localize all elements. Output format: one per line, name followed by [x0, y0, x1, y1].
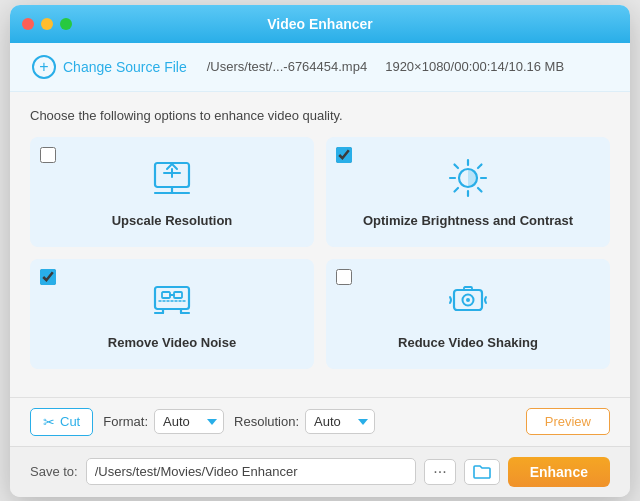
- toolbar: + Change Source File /Users/test/...-676…: [10, 43, 630, 92]
- dots-button[interactable]: ···: [424, 459, 455, 485]
- svg-point-26: [466, 298, 470, 302]
- format-group: Format: Auto MP4 MOV AVI: [103, 409, 224, 434]
- noise-label: Remove Video Noise: [108, 335, 236, 350]
- svg-line-11: [455, 165, 459, 169]
- maximize-button[interactable]: [60, 18, 72, 30]
- svg-line-12: [478, 188, 482, 192]
- resolution-group: Resolution: Auto 1080p 720p 480p: [234, 409, 375, 434]
- close-button[interactable]: [22, 18, 34, 30]
- noise-checkbox[interactable]: [40, 269, 56, 285]
- minimize-button[interactable]: [41, 18, 53, 30]
- file-info: /Users/test/...-6764454.mp4 1920×1080/00…: [207, 59, 564, 74]
- option-card-brightness: Optimize Brightness and Contrast: [326, 137, 610, 247]
- format-select[interactable]: Auto MP4 MOV AVI: [154, 409, 224, 434]
- preview-button[interactable]: Preview: [526, 408, 610, 435]
- cut-label: Cut: [60, 414, 80, 429]
- svg-rect-15: [155, 287, 189, 309]
- cut-button[interactable]: ✂ Cut: [30, 408, 93, 436]
- option-card-upscale: Upscale Resolution: [30, 137, 314, 247]
- change-source-label: Change Source File: [63, 59, 187, 75]
- svg-rect-21: [174, 292, 182, 298]
- folder-icon: [473, 464, 491, 480]
- footer: Save to: ··· Enhance: [10, 446, 630, 497]
- option-card-shaking: Reduce Video Shaking: [326, 259, 610, 369]
- upscale-checkbox[interactable]: [40, 147, 56, 163]
- bottom-bar: ✂ Cut Format: Auto MP4 MOV AVI Resolutio…: [10, 397, 630, 446]
- resolution-label: Resolution:: [234, 414, 299, 429]
- add-file-icon: +: [32, 55, 56, 79]
- save-to-label: Save to:: [30, 464, 78, 479]
- noise-icon: [149, 277, 195, 327]
- titlebar: Video Enhancer: [10, 5, 630, 43]
- brightness-checkbox[interactable]: [336, 147, 352, 163]
- scissors-icon: ✂: [43, 414, 55, 430]
- svg-line-14: [455, 188, 459, 192]
- upscale-label: Upscale Resolution: [112, 213, 233, 228]
- svg-line-13: [478, 165, 482, 169]
- shaking-label: Reduce Video Shaking: [398, 335, 538, 350]
- content-area: Choose the following options to enhance …: [10, 92, 630, 397]
- file-meta: 1920×1080/00:00:14/10.16 MB: [385, 59, 564, 74]
- shaking-checkbox[interactable]: [336, 269, 352, 285]
- resolution-select[interactable]: Auto 1080p 720p 480p: [305, 409, 375, 434]
- brightness-icon: [445, 155, 491, 205]
- file-path: /Users/test/...-6764454.mp4: [207, 59, 367, 74]
- svg-rect-27: [464, 287, 472, 290]
- shaking-icon: [445, 277, 491, 327]
- window-title: Video Enhancer: [267, 16, 373, 32]
- svg-rect-20: [162, 292, 170, 298]
- format-label: Format:: [103, 414, 148, 429]
- main-window: Video Enhancer + Change Source File /Use…: [10, 5, 630, 497]
- traffic-lights: [22, 18, 72, 30]
- upscale-icon: [149, 155, 195, 205]
- option-card-noise: Remove Video Noise: [30, 259, 314, 369]
- change-source-button[interactable]: + Change Source File: [28, 53, 191, 81]
- brightness-label: Optimize Brightness and Contrast: [363, 213, 573, 228]
- folder-button[interactable]: [464, 459, 500, 485]
- options-grid: Upscale Resolution: [30, 137, 610, 369]
- enhance-button[interactable]: Enhance: [508, 457, 610, 487]
- section-description: Choose the following options to enhance …: [30, 108, 610, 123]
- save-path-input[interactable]: [86, 458, 417, 485]
